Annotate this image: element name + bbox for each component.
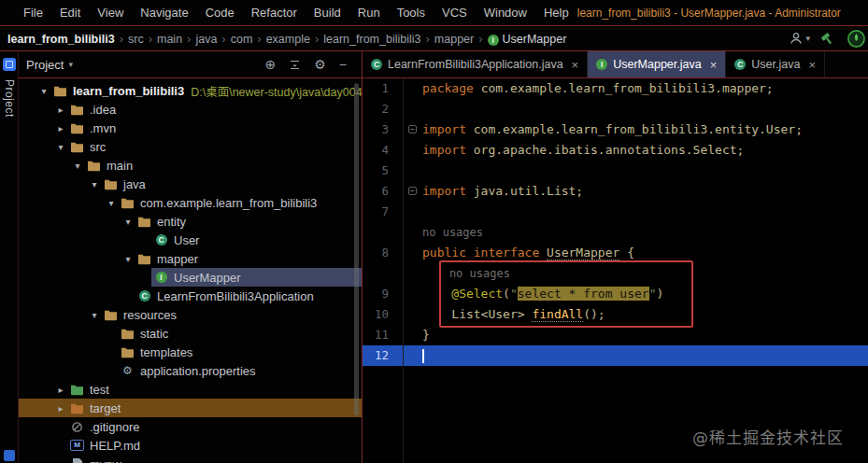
menu-window[interactable]: Window [476, 0, 535, 25]
build-hammer-icon[interactable] [820, 31, 836, 47]
tree-item-mapper[interactable]: ▾mapper [19, 249, 362, 268]
tree-item-mvnw[interactable]: mvnw [19, 455, 362, 463]
code-line-9[interactable]: @Select("select * from user") [404, 284, 868, 304]
line-number[interactable] [363, 222, 403, 243]
line-number[interactable]: 9 [363, 284, 403, 304]
tree-item-User[interactable]: CUser [19, 231, 362, 249]
line-number[interactable]: 2 [363, 99, 403, 119]
tree-item-java[interactable]: ▾java [19, 175, 362, 193]
tree-item-.idea[interactable]: ▸.idea [19, 100, 362, 119]
code-line-2[interactable] [404, 99, 868, 119]
tree-item-resources[interactable]: ▾resources [19, 305, 362, 324]
breadcrumb-item-UserMapper[interactable]: IUserMapper [488, 33, 567, 46]
close-icon[interactable]: × [710, 58, 718, 72]
chevron-down-icon[interactable]: ▾ [88, 179, 101, 189]
menu-build[interactable]: Build [306, 0, 349, 25]
tree-item-src[interactable]: ▾src [19, 137, 362, 156]
tree-item-.mvn[interactable]: ▸.mvn [19, 119, 362, 137]
code-line-12[interactable] [404, 345, 868, 366]
tree-item-test[interactable]: ▸test [19, 380, 362, 399]
line-number[interactable]: 4 [363, 140, 403, 161]
tree-item-LearnFromBilibili3Application[interactable]: CLearnFromBilibili3Application [19, 287, 362, 305]
settings-gear-icon[interactable]: ⚙ [314, 58, 326, 71]
menu-edit[interactable]: Edit [51, 0, 89, 25]
menu-refactor[interactable]: Refactor [243, 0, 306, 25]
code-line-5[interactable] [404, 161, 868, 181]
menu-tools[interactable]: Tools [389, 0, 434, 25]
breadcrumb-item-mapper[interactable]: mapper [434, 33, 474, 46]
tree-item-entity[interactable]: ▾entity [19, 212, 362, 231]
code-line-10[interactable]: List<User> findAll(); [404, 304, 868, 325]
tree-item-learn_from_bilibili3[interactable]: ▾learn_from_bilibili3D:\桌面\newer-study\j… [19, 81, 362, 100]
editor-body[interactable]: 123456789101112 package com.example.lear… [363, 78, 868, 463]
tree-item-static[interactable]: static [19, 324, 362, 343]
menu-help[interactable]: Help [535, 0, 577, 25]
menu-file[interactable]: File [15, 0, 51, 25]
tool-strip-project-label[interactable]: Project [3, 79, 16, 118]
breadcrumb-item-learn_from_bilibili3[interactable]: learn_from_bilibili3 [323, 33, 420, 46]
fold-marker-icon[interactable]: − [408, 187, 417, 195]
menu-navigate[interactable]: Navigate [132, 0, 196, 25]
chevron-down-icon[interactable]: ▾ [121, 254, 135, 264]
tab-User.java[interactable]: CUser.java× [726, 51, 825, 77]
collapse-all-icon[interactable] [289, 59, 301, 71]
chevron-right-icon[interactable]: ▸ [54, 105, 67, 115]
line-number[interactable]: 12 [363, 345, 403, 366]
breadcrumb-item-src[interactable]: src [128, 33, 144, 46]
menu-code[interactable]: Code [197, 0, 243, 25]
code-area[interactable]: package com.example.learn_from_bilibili3… [404, 78, 868, 463]
breadcrumb-item-com[interactable]: com [231, 33, 253, 46]
locate-file-icon[interactable]: ⊕ [265, 58, 277, 71]
code-line-11[interactable]: } [404, 325, 868, 345]
breadcrumb-item-example[interactable]: example [266, 33, 310, 46]
chevron-down-icon[interactable]: ▾ [54, 142, 67, 152]
tree-item-application.properties[interactable]: ⚙application.properties [19, 361, 362, 380]
tree-item-HELP.md[interactable]: MHELP.md [19, 436, 362, 455]
line-number[interactable]: 10 [363, 304, 403, 325]
tree-item-templates[interactable]: templates [19, 343, 362, 361]
tab-UserMapper.java[interactable]: IUserMapper.java× [588, 51, 726, 77]
scrollbar-thumb[interactable] [354, 83, 359, 415]
project-view-dropdown[interactable]: Project [26, 58, 64, 72]
close-icon[interactable]: × [808, 58, 816, 72]
tab-LearnFromBilibili3Application.java[interactable]: CLearnFromBilibili3Application.java× [363, 51, 588, 77]
tree-item-com.example.learn_from_bilibili3[interactable]: ▾com.example.learn_from_bilibili3 [19, 193, 362, 212]
breadcrumb-item-java[interactable]: java [195, 33, 217, 46]
menu-view[interactable]: View [89, 0, 132, 25]
hide-panel-icon[interactable]: − [339, 58, 347, 71]
menu-run[interactable]: Run [349, 0, 389, 25]
tree-item-.gitignore[interactable]: .gitignore [19, 417, 362, 436]
line-number[interactable]: 6 [363, 181, 403, 202]
user-account-icon[interactable]: ▾ [789, 31, 810, 46]
line-number[interactable]: 3 [363, 119, 403, 140]
chevron-down-icon[interactable]: ▾ [121, 217, 135, 227]
chevron-down-icon[interactable]: ▾ [105, 198, 118, 208]
usages-hint[interactable]: no usages [422, 226, 483, 239]
code-line-hint[interactable]: no usages [404, 263, 868, 284]
code-line-hint[interactable]: no usages [404, 222, 868, 243]
code-line-8[interactable]: public interface UserMapper { [404, 243, 868, 263]
line-number[interactable]: 1 [363, 78, 403, 99]
line-number[interactable]: 5 [363, 161, 403, 181]
line-number[interactable]: 8 [363, 243, 403, 263]
code-line-4[interactable]: import org.apache.ibatis.annotations.Sel… [404, 140, 868, 161]
code-line-1[interactable]: package com.example.learn_from_bilibili3… [404, 78, 868, 99]
line-number[interactable]: 7 [363, 202, 403, 222]
chevron-right-icon[interactable]: ▸ [54, 123, 67, 133]
tool-window-icon-bottom[interactable] [4, 450, 15, 461]
project-tool-window-icon[interactable] [3, 58, 16, 71]
code-line-3[interactable]: −import com.example.learn_from_bilibili3… [404, 119, 868, 140]
tree-item-main[interactable]: ▾main [19, 156, 362, 175]
menu-vcs[interactable]: VCS [434, 0, 476, 25]
usages-hint[interactable]: no usages [422, 267, 510, 280]
breadcrumb-item-main[interactable]: main [157, 33, 182, 46]
chevron-down-icon[interactable]: ▾ [71, 161, 84, 171]
fold-marker-icon[interactable]: − [408, 125, 417, 133]
chevron-down-icon[interactable]: ▾ [88, 310, 101, 320]
code-line-6[interactable]: −import java.util.List; [404, 181, 868, 202]
breadcrumb-item-learn_from_bilibili3[interactable]: learn_from_bilibili3 [7, 33, 115, 46]
chevron-right-icon[interactable]: ▸ [54, 403, 67, 414]
run-widget-icon[interactable] [847, 29, 866, 49]
code-line-7[interactable] [404, 202, 868, 222]
line-number[interactable] [363, 263, 403, 284]
